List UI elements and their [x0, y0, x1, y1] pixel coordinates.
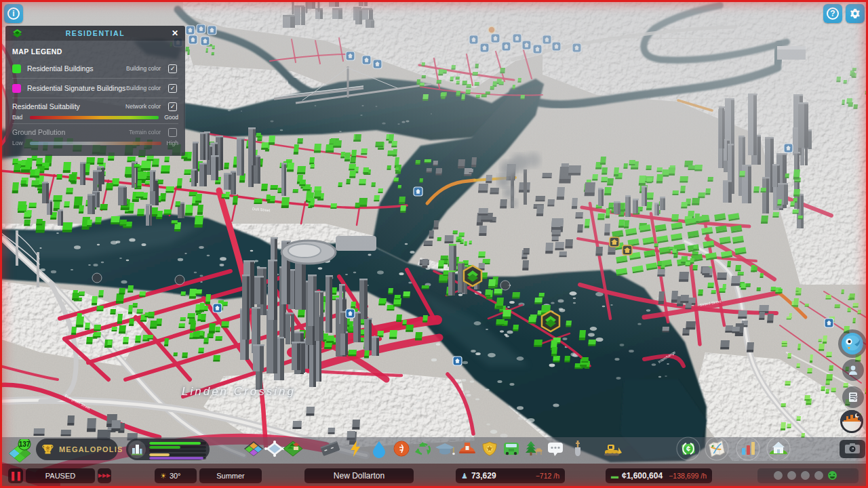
svg-text:¢: ¢: [686, 445, 690, 453]
